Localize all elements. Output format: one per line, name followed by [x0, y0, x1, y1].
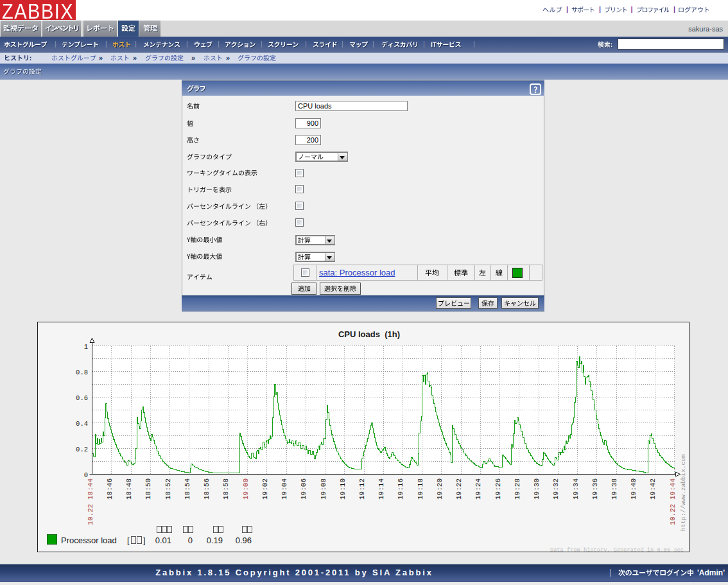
svg-text:18:48: 18:48 — [125, 478, 133, 500]
svg-text:19:40: 19:40 — [630, 478, 637, 500]
svg-text:19:26: 19:26 — [494, 478, 502, 500]
svg-text:19:10: 19:10 — [339, 478, 347, 500]
svg-text:http://www.zabbix.com: http://www.zabbix.com — [680, 454, 687, 531]
svg-text:0.96: 0.96 — [236, 536, 252, 545]
svg-text:Data from history. Generated i: Data from history. Generated in 0.06 sec — [550, 547, 684, 552]
svg-text:1: 1 — [84, 343, 88, 351]
svg-text:19:30: 19:30 — [533, 478, 541, 500]
svg-text:10.22 18:44: 10.22 18:44 — [87, 478, 94, 525]
svg-text:19:14: 19:14 — [377, 478, 385, 500]
svg-text:19:12: 19:12 — [358, 478, 366, 500]
svg-text:18:50: 18:50 — [144, 478, 152, 500]
svg-text:0.01: 0.01 — [155, 536, 171, 545]
svg-text:19:38: 19:38 — [611, 478, 618, 500]
svg-text:19:18: 19:18 — [417, 478, 424, 500]
svg-text:19:16: 19:16 — [397, 478, 404, 500]
svg-text:19:24: 19:24 — [474, 478, 482, 500]
svg-text:0: 0 — [84, 471, 88, 479]
svg-text:0: 0 — [188, 536, 193, 545]
svg-text:0.2: 0.2 — [76, 446, 88, 453]
svg-text:19:04: 19:04 — [281, 478, 288, 500]
svg-text:18:52: 18:52 — [164, 478, 172, 500]
svg-text:19:22: 19:22 — [455, 478, 463, 500]
svg-text:18:46: 18:46 — [106, 478, 114, 500]
svg-text:18:58: 18:58 — [222, 478, 230, 500]
svg-text:19:08: 19:08 — [320, 478, 327, 500]
svg-text:[: [ — [127, 536, 130, 545]
svg-text:19:28: 19:28 — [514, 478, 521, 500]
svg-text:19:02: 19:02 — [261, 478, 269, 500]
svg-text:19:20: 19:20 — [436, 478, 444, 500]
svg-text:18:54: 18:54 — [184, 478, 191, 500]
svg-text:0.4: 0.4 — [76, 420, 88, 428]
svg-text:0.8: 0.8 — [76, 369, 88, 376]
svg-text:0.19: 0.19 — [207, 536, 223, 545]
svg-text:19:42: 19:42 — [649, 478, 657, 500]
svg-text:Processor load: Processor load — [61, 536, 117, 545]
svg-text:19:00: 19:00 — [242, 478, 250, 500]
svg-text:10.22 19:44: 10.22 19:44 — [669, 478, 677, 525]
svg-text:]: ] — [143, 536, 146, 545]
svg-text:CPU loads (1h): CPU loads (1h) — [338, 329, 400, 339]
svg-text:19:32: 19:32 — [552, 478, 560, 500]
svg-text:0.6: 0.6 — [76, 394, 88, 402]
svg-text:18:56: 18:56 — [203, 478, 211, 500]
svg-text:19:34: 19:34 — [572, 478, 580, 500]
svg-text:19:36: 19:36 — [591, 478, 599, 500]
svg-text:19:06: 19:06 — [300, 478, 308, 500]
